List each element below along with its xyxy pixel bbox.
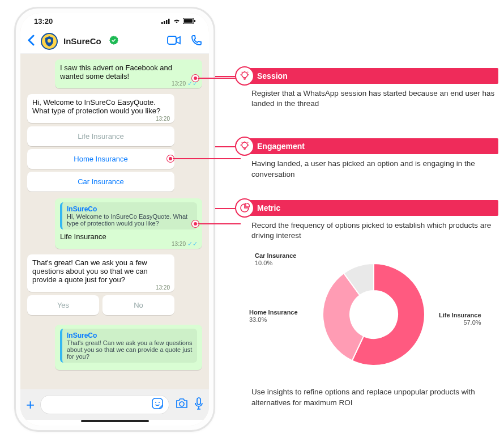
callout-body: Record the frequency of options picked t… (249, 220, 498, 241)
camera-icon[interactable] (175, 398, 189, 411)
phone-screen: 13:20 InSureCo (20, 13, 209, 426)
svg-rect-6 (194, 20, 195, 22)
quick-reply-yes[interactable]: Yes (27, 295, 99, 315)
quoted-message: InSureCo That's great! Can we ask you a … (60, 329, 197, 363)
svg-rect-8 (168, 36, 176, 44)
quote-sender: InSureCo (67, 205, 193, 213)
phone-frame: 13:20 InSureCo (14, 7, 215, 432)
svg-rect-2 (166, 20, 168, 24)
message-outgoing[interactable]: I saw this advert on Facebook and wanted… (55, 60, 202, 88)
chart-label-car: Car Insurance10.0% (255, 252, 296, 266)
svg-point-10 (155, 402, 156, 403)
quick-reply-option[interactable]: Car Insurance (27, 172, 174, 192)
shield-icon (45, 36, 54, 46)
sticker-icon[interactable] (152, 398, 163, 411)
svg-point-14 (242, 72, 247, 78)
message-text: Life Insurance (60, 232, 106, 241)
lightbulb-icon (235, 66, 254, 86)
svg-rect-13 (197, 398, 200, 405)
callout-body: Register that a WhatsApp session has sta… (249, 88, 498, 109)
callout-header: Session (249, 68, 498, 84)
quick-reply-option[interactable]: Home Insurance (27, 149, 174, 169)
callout-header: Engagement (249, 138, 498, 154)
status-time: 13:20 (34, 17, 53, 26)
quote-sender: InSureCo (67, 332, 193, 339)
callout-engagement: Engagement Having landed, a user has pic… (249, 138, 498, 179)
message-outgoing-quote[interactable]: InSureCo That's great! Can we ask you a … (55, 325, 202, 370)
svg-rect-5 (184, 19, 193, 23)
quoted-message: InSureCo Hi, Welcome to InSureCo EasyQuo… (60, 202, 197, 230)
callout-title: Session (257, 71, 288, 80)
quick-reply-no[interactable]: No (102, 295, 174, 315)
message-incoming[interactable]: Hi, Welcome to InSureCo EasyQuote. What … (27, 94, 174, 123)
callout-body: Having landed, a user has picked an opti… (249, 159, 498, 179)
quote-body: Hi, Welcome to InSureCo EasyQuote. What … (67, 213, 193, 227)
attach-icon[interactable]: + (26, 396, 35, 414)
contact-name[interactable]: InSureCo (63, 36, 101, 46)
svg-point-15 (242, 142, 247, 148)
verified-icon (109, 36, 118, 47)
message-incoming[interactable]: That's great! Can we ask you a few quest… (27, 254, 174, 292)
message-text: Hi, Welcome to InSureCo EasyQuote. What … (32, 98, 160, 115)
home-indicator (20, 420, 209, 426)
message-text: That's great! Can we ask you a few quest… (32, 258, 148, 284)
message-timestamp: 13:20✓✓ (172, 240, 198, 248)
pie-chart-icon (235, 198, 254, 218)
video-call-icon[interactable] (167, 36, 181, 47)
callout-metric: Metric Record the frequency of options p… (249, 200, 498, 408)
quote-body: That's great! Can we ask you a few quest… (67, 339, 193, 360)
status-indicators (161, 18, 195, 24)
chat-header: InSureCo (20, 29, 209, 54)
text-input[interactable] (40, 395, 169, 414)
svg-rect-3 (168, 19, 170, 24)
message-input-bar: + (20, 389, 209, 420)
connector-line (198, 78, 241, 79)
voice-call-icon[interactable] (191, 35, 202, 48)
svg-point-11 (159, 402, 160, 403)
avatar[interactable] (41, 33, 58, 50)
callout-session: Session Register that a WhatsApp session… (249, 68, 498, 109)
message-timestamp: 13:20 (156, 116, 170, 122)
message-outgoing-quote[interactable]: InSureCo Hi, Welcome to InSureCo EasyQuo… (55, 198, 202, 249)
back-icon[interactable] (27, 35, 35, 48)
signal-icon (161, 18, 170, 24)
chat-body: I saw this advert on Facebook and wanted… (20, 54, 209, 389)
svg-point-7 (48, 39, 51, 42)
svg-rect-0 (161, 22, 163, 24)
connector-line (198, 223, 241, 224)
chart-label-home: Home Insurance33.0% (249, 309, 298, 323)
status-bar: 13:20 (20, 13, 209, 29)
chart-label-life: Life Insurance57.0% (439, 312, 481, 326)
lightbulb-icon (235, 137, 254, 156)
connector-line (173, 158, 241, 159)
svg-point-12 (180, 402, 184, 406)
callout-title: Metric (257, 203, 280, 212)
svg-rect-1 (164, 21, 165, 24)
callout-header: Metric (249, 200, 498, 216)
callout-footer: Use insights to refine options and repla… (249, 387, 498, 407)
wifi-icon (173, 18, 181, 24)
callout-title: Engagement (257, 142, 305, 151)
mic-icon[interactable] (194, 397, 203, 412)
donut-chart: Car Insurance10.0% Home Insurance33.0% L… (249, 246, 498, 382)
quick-reply-option[interactable]: Life Insurance (27, 126, 174, 146)
battery-icon (183, 18, 195, 24)
callouts-panel: Session Register that a WhatsApp session… (249, 68, 498, 424)
message-text: I saw this advert on Facebook and wanted… (60, 63, 172, 80)
message-timestamp: 13:20 (156, 284, 170, 291)
